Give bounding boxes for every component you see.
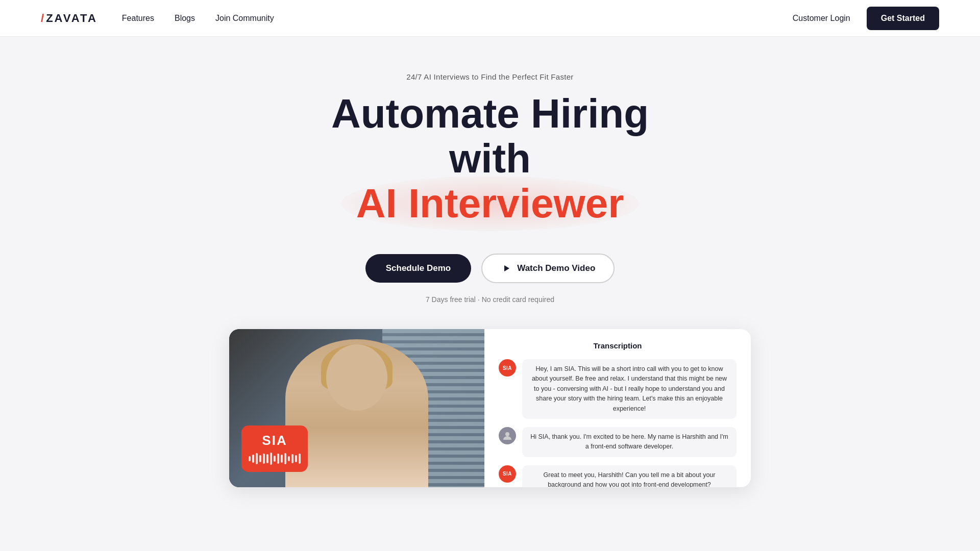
waveform-bar: [274, 456, 276, 462]
hero-buttons: Schedule Demo Watch Demo Video: [365, 254, 615, 283]
schedule-demo-button[interactable]: Schedule Demo: [365, 254, 472, 283]
sia-waveform: [249, 453, 301, 465]
nav-item-features[interactable]: Features: [122, 14, 154, 23]
waveform-bar: [263, 454, 265, 464]
waveform-bar: [284, 453, 286, 464]
waveform-bar: [281, 455, 283, 463]
hero-section: 24/7 AI Interviews to Find the Perfect F…: [0, 37, 980, 487]
demo-transcript-side: Transcription SIAHey, I am SIA. This wil…: [484, 329, 751, 487]
hero-title-line2: with: [449, 136, 531, 181]
waveform-bar: [288, 456, 290, 461]
waveform-bar: [256, 453, 258, 464]
waveform-bar: [252, 455, 254, 463]
hero-trial-text: 7 Days free trial · No credit card requi…: [426, 295, 554, 304]
waveform-bar: [295, 455, 297, 462]
demo-container: SIA Transcription SIAHey, I am SIA. This…: [229, 329, 751, 487]
logo[interactable]: / ZAVATA: [41, 12, 97, 25]
nav-item-join-community[interactable]: Join Community: [215, 14, 274, 23]
play-icon: [501, 263, 512, 274]
logo-text: ZAVATA: [46, 12, 97, 25]
nav-link-features[interactable]: Features: [122, 14, 154, 22]
logo-slash: /: [41, 12, 44, 25]
watch-demo-button[interactable]: Watch Demo Video: [481, 254, 615, 283]
waveform-bar: [259, 455, 261, 462]
sia-badge-label: SIA: [262, 433, 287, 448]
transcript-messages: SIAHey, I am SIA. This will be a short i…: [499, 359, 737, 487]
waveform-bar: [249, 456, 251, 461]
message-bubble: Hey, I am SIA. This will be a short intr…: [522, 359, 737, 419]
waveform-bar: [299, 454, 301, 464]
hero-tagline: 24/7 AI Interviews to Find the Perfect F…: [406, 72, 573, 81]
transcript-message: SIAHey, I am SIA. This will be a short i…: [499, 359, 737, 419]
hero-title-line1: Automate Hiring: [331, 91, 649, 136]
sia-message-avatar: SIA: [499, 359, 516, 377]
navbar: / ZAVATA Features Blogs Join Community C…: [0, 0, 980, 37]
customer-login-link[interactable]: Customer Login: [793, 14, 850, 23]
transcript-message: SIAGreat to meet you, Harshith! Can you …: [499, 465, 737, 487]
svg-marker-0: [504, 265, 509, 271]
message-bubble: Hi SIA, thank you. I'm excited to be her…: [522, 427, 737, 457]
hero-title-highlight: AI Interviewer: [356, 181, 624, 226]
svg-point-1: [505, 432, 509, 436]
message-bubble: Great to meet you, Harshith! Can you tel…: [522, 465, 737, 487]
transcript-message: Hi SIA, thank you. I'm excited to be her…: [499, 427, 737, 457]
transcript-header: Transcription: [499, 341, 737, 350]
person-head: [326, 344, 387, 411]
waveform-bar: [270, 453, 272, 465]
nav-link-blogs[interactable]: Blogs: [175, 14, 195, 22]
nav-link-join-community[interactable]: Join Community: [215, 14, 274, 22]
demo-video-side: SIA: [229, 329, 484, 487]
sia-badge: SIA: [241, 425, 308, 472]
get-started-button[interactable]: Get Started: [867, 7, 939, 30]
watch-demo-label: Watch Demo Video: [517, 263, 595, 273]
hero-title: Automate Hiring with AI Interviewer: [331, 91, 649, 226]
sia-message-avatar: SIA: [499, 465, 516, 483]
waveform-bar: [266, 454, 268, 463]
waveform-bar: [277, 454, 279, 464]
user-message-avatar: [499, 427, 516, 444]
nav-item-blogs[interactable]: Blogs: [175, 14, 195, 23]
nav-links: Features Blogs Join Community: [122, 14, 274, 23]
nav-right: Customer Login Get Started: [793, 7, 939, 30]
nav-left: / ZAVATA Features Blogs Join Community: [41, 12, 274, 25]
waveform-bar: [291, 454, 293, 463]
